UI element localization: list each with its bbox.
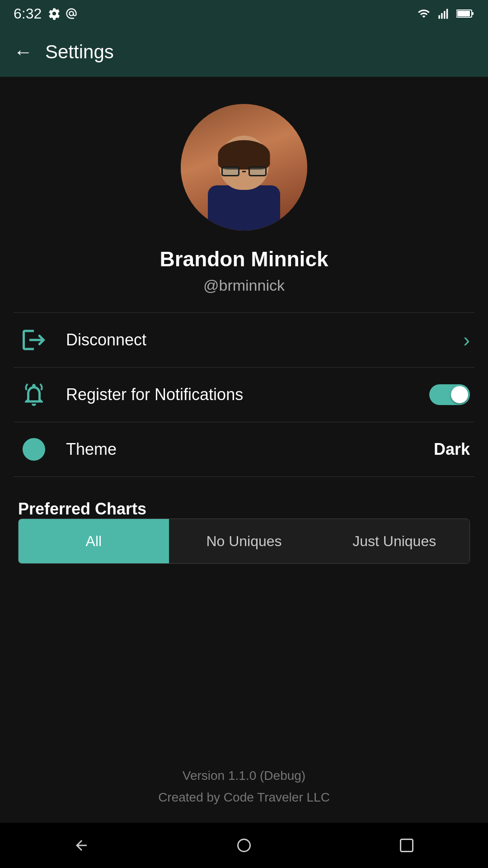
battery-icon xyxy=(456,7,474,20)
settings-list: Disconnect › Register for Notifications xyxy=(0,312,488,477)
charts-toggle: All No Uniques Just Uniques xyxy=(18,519,470,564)
wifi-icon xyxy=(417,7,431,20)
svg-rect-0 xyxy=(438,15,440,19)
hair xyxy=(218,140,270,170)
signal-icon xyxy=(437,7,450,20)
preferred-charts-section: Preferred Charts All No Uniques Just Uni… xyxy=(0,477,488,564)
avatar[interactable] xyxy=(181,104,307,231)
back-button[interactable]: ← xyxy=(14,41,33,63)
theme-icon xyxy=(18,434,50,465)
gear-icon xyxy=(48,7,61,20)
user-handle: @brminnick xyxy=(203,277,285,294)
profile-section: Brandon Minnick @brminnick xyxy=(0,77,488,312)
shirt xyxy=(208,185,280,231)
settings-item-theme[interactable]: Theme Dark xyxy=(0,422,488,476)
svg-rect-1 xyxy=(441,13,443,19)
settings-item-disconnect[interactable]: Disconnect › xyxy=(0,313,488,367)
glass-left xyxy=(221,166,239,176)
glasses xyxy=(221,166,267,176)
disconnect-chevron: › xyxy=(463,329,470,351)
app-bar: ← Settings xyxy=(0,27,488,77)
charts-option-no-uniques[interactable]: No Uniques xyxy=(169,519,319,563)
page-title: Settings xyxy=(45,41,114,63)
notifications-toggle[interactable] xyxy=(429,384,470,405)
at-icon xyxy=(65,7,78,20)
svg-rect-2 xyxy=(444,11,446,19)
svg-point-7 xyxy=(32,447,36,452)
theme-current-value: Dark xyxy=(434,440,470,459)
notifications-label: Register for Notifications xyxy=(66,385,429,404)
nav-bar xyxy=(0,823,488,868)
nav-recents-button[interactable] xyxy=(389,827,425,863)
theme-label: Theme xyxy=(66,440,434,459)
preferred-charts-title: Preferred Charts xyxy=(18,500,146,518)
nav-back-button[interactable] xyxy=(63,827,99,863)
notifications-icon xyxy=(18,379,50,410)
nav-recents-icon xyxy=(399,837,415,854)
status-bar-right xyxy=(417,7,474,20)
svg-rect-9 xyxy=(401,840,413,852)
nav-home-icon xyxy=(236,837,252,854)
status-bar: 6:32 xyxy=(0,0,488,27)
head xyxy=(219,136,269,190)
svg-rect-5 xyxy=(472,12,474,15)
status-time: 6:32 xyxy=(14,5,42,22)
svg-rect-6 xyxy=(457,11,470,16)
theme-value-container: Dark xyxy=(434,440,470,459)
svg-point-8 xyxy=(238,840,250,852)
avatar-face xyxy=(181,104,307,231)
created-by-text: Created by Code Traveler LLC xyxy=(158,790,330,805)
settings-item-notifications[interactable]: Register for Notifications xyxy=(0,368,488,422)
glass-bridge xyxy=(242,171,245,172)
charts-option-just-uniques[interactable]: Just Uniques xyxy=(319,519,469,563)
charts-option-all[interactable]: All xyxy=(19,519,169,563)
status-icons xyxy=(48,7,78,20)
disconnect-label: Disconnect xyxy=(66,330,463,349)
main-content: Brandon Minnick @brminnick Disconnect › xyxy=(0,77,488,823)
nav-back-icon xyxy=(73,837,89,854)
svg-rect-3 xyxy=(446,9,448,19)
chevron-right-icon: › xyxy=(463,329,470,351)
avatar-person xyxy=(199,127,289,231)
disconnect-icon xyxy=(18,324,50,356)
toggle-knob xyxy=(451,386,468,403)
footer: Version 1.1.0 (Debug) Created by Code Tr… xyxy=(158,732,330,823)
notifications-toggle-container xyxy=(429,384,470,405)
nav-home-button[interactable] xyxy=(226,827,262,863)
version-text: Version 1.1.0 (Debug) xyxy=(183,769,305,783)
display-name: Brandon Minnick xyxy=(160,247,328,271)
glass-right xyxy=(249,166,267,176)
status-bar-left: 6:32 xyxy=(14,5,78,22)
